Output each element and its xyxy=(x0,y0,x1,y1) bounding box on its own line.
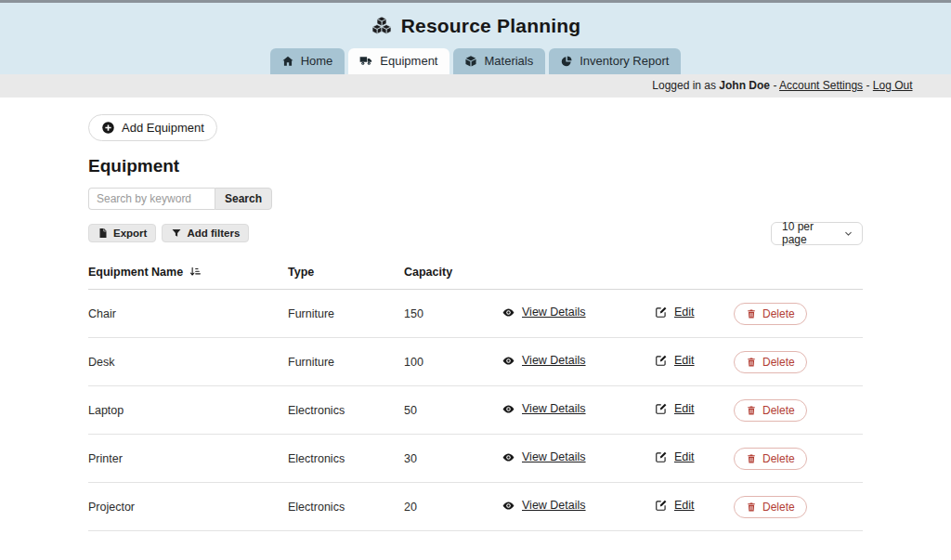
edit-icon xyxy=(655,354,668,367)
search-row: Search xyxy=(88,188,863,210)
trash-icon xyxy=(746,357,757,368)
trash-icon xyxy=(746,501,757,513)
cell-name: Desk xyxy=(88,337,288,385)
cell-name: Laptop xyxy=(88,385,288,434)
view-details-link[interactable]: View Details xyxy=(502,402,586,416)
separator: - xyxy=(773,79,776,92)
export-label: Export xyxy=(113,228,147,239)
search-button[interactable]: Search xyxy=(215,188,272,210)
export-button[interactable]: Export xyxy=(88,224,156,242)
plus-circle-icon xyxy=(101,121,115,135)
table-row: Laptop Electronics 50 View Details Edit … xyxy=(88,385,863,434)
delete-button[interactable]: Delete xyxy=(734,351,807,373)
chevron-down-icon xyxy=(843,228,853,239)
eye-icon xyxy=(502,354,515,368)
cell-name: Chair xyxy=(88,289,288,337)
tab-label: Home xyxy=(301,54,333,69)
account-bar: Logged in as John Doe - Account Settings… xyxy=(0,74,951,98)
search-input[interactable] xyxy=(88,188,215,210)
eye-icon xyxy=(502,499,515,513)
cell-capacity: 100 xyxy=(404,337,502,385)
page-title: Equipment xyxy=(88,156,863,176)
edit-icon xyxy=(655,450,668,463)
per-page-select[interactable]: 10 per page xyxy=(771,222,863,245)
cell-type: Electronics xyxy=(288,482,404,530)
main-nav: Home Equipment Materials Inventory Repor… xyxy=(0,48,951,74)
table-header-row: Equipment Name Type Capacity xyxy=(88,258,863,290)
table-row: Printer Electronics 30 View Details Edit… xyxy=(88,434,863,482)
filter-icon xyxy=(171,228,182,239)
tab-label: Materials xyxy=(484,54,533,69)
add-filters-label: Add filters xyxy=(187,228,240,239)
tab-materials[interactable]: Materials xyxy=(453,48,545,74)
cell-capacity: 50 xyxy=(404,385,502,434)
delete-button[interactable]: Delete xyxy=(734,399,807,422)
tab-equipment[interactable]: Equipment xyxy=(348,48,449,74)
column-header-type: Type xyxy=(288,258,404,290)
add-equipment-label: Add Equipment xyxy=(122,121,204,135)
pie-chart-icon xyxy=(560,55,573,68)
logged-in-text: Logged in as xyxy=(652,79,716,92)
app-title-row: Resource Planning xyxy=(0,15,951,37)
view-details-link[interactable]: View Details xyxy=(502,306,586,319)
add-equipment-button[interactable]: Add Equipment xyxy=(88,114,217,141)
view-details-link[interactable]: View Details xyxy=(502,450,586,464)
log-out-link[interactable]: Log Out xyxy=(873,79,913,92)
trash-icon xyxy=(746,405,757,416)
table-row: Projector Electronics 20 View Details Ed… xyxy=(88,482,863,530)
tab-label: Equipment xyxy=(380,54,437,69)
account-settings-link[interactable]: Account Settings xyxy=(779,79,863,92)
sort-down-icon[interactable] xyxy=(189,266,201,278)
trash-icon xyxy=(746,308,757,319)
equipment-table: Equipment Name Type Capacity Chair Furni… xyxy=(88,258,863,531)
edit-link[interactable]: Edit xyxy=(655,306,695,319)
tab-label: Inventory Report xyxy=(580,54,669,69)
cell-name: Printer xyxy=(88,434,288,482)
per-page-value: 10 per page xyxy=(782,220,834,246)
cell-type: Furniture xyxy=(288,289,404,337)
edit-icon xyxy=(655,402,668,415)
cell-capacity: 30 xyxy=(404,434,502,482)
home-icon xyxy=(281,55,294,68)
add-filters-button[interactable]: Add filters xyxy=(162,224,249,242)
app-title: Resource Planning xyxy=(401,15,581,37)
edit-link[interactable]: Edit xyxy=(655,499,695,512)
edit-link[interactable]: Edit xyxy=(655,354,695,367)
table-row: Desk Furniture 100 View Details Edit Del… xyxy=(88,337,863,385)
table-row: Chair Furniture 150 View Details Edit De… xyxy=(88,289,863,337)
view-details-link[interactable]: View Details xyxy=(502,354,586,368)
cell-type: Furniture xyxy=(288,337,404,385)
tab-inventory-report[interactable]: Inventory Report xyxy=(549,48,681,74)
view-details-link[interactable]: View Details xyxy=(502,499,586,513)
main-content: Add Equipment Equipment Search Export Ad… xyxy=(88,98,863,531)
column-header-actions-3 xyxy=(734,258,863,290)
app-header: Resource Planning Home Equipment Materia… xyxy=(0,3,951,74)
eye-icon xyxy=(502,402,515,416)
delete-button[interactable]: Delete xyxy=(734,496,807,518)
column-header-capacity: Capacity xyxy=(404,258,502,290)
box-icon xyxy=(464,55,477,68)
trash-icon xyxy=(746,453,757,464)
cell-name: Projector xyxy=(88,482,288,530)
separator: - xyxy=(866,79,869,92)
cell-capacity: 20 xyxy=(404,482,502,530)
eye-icon xyxy=(502,450,515,464)
edit-link[interactable]: Edit xyxy=(655,450,695,463)
edit-link[interactable]: Edit xyxy=(655,402,695,415)
column-header-name[interactable]: Equipment Name xyxy=(88,258,288,290)
table-toolbar: Export Add filters 10 per page xyxy=(88,222,863,245)
edit-icon xyxy=(655,499,668,512)
delete-button[interactable]: Delete xyxy=(734,303,807,325)
cell-capacity: 150 xyxy=(404,289,502,337)
cell-type: Electronics xyxy=(288,385,404,434)
edit-icon xyxy=(655,306,668,319)
tab-home[interactable]: Home xyxy=(270,48,345,74)
eye-icon xyxy=(502,306,515,319)
cubes-icon xyxy=(371,15,393,37)
user-name: John Doe xyxy=(719,79,770,92)
truck-icon xyxy=(359,54,373,68)
file-icon xyxy=(98,228,109,239)
column-header-actions-1 xyxy=(502,258,655,290)
delete-button[interactable]: Delete xyxy=(734,448,807,470)
cell-type: Electronics xyxy=(288,434,404,482)
